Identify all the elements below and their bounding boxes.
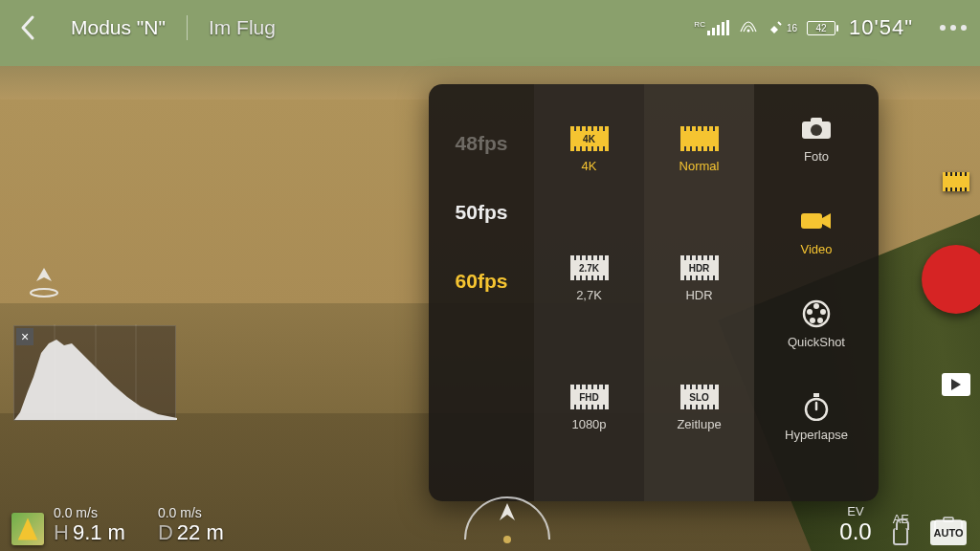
altitude-block: 0.0 m/s H9.1 m	[54, 505, 125, 545]
flight-status-label: Im Flug	[209, 16, 276, 39]
auto-exposure-button[interactable]: AUTO	[930, 517, 967, 545]
resolution-1080p[interactable]: FHD 1080p	[570, 385, 609, 431]
fps-option-48[interactable]: 48fps	[456, 132, 508, 155]
rc-signal-icon[interactable]: RC	[694, 20, 729, 35]
status-icons: RC 16 42 10'54"	[694, 15, 967, 40]
mode-hdr[interactable]: HDR HDR	[680, 255, 719, 302]
satellite-icon[interactable]: 16	[768, 19, 797, 36]
svg-rect-12	[813, 393, 819, 397]
video-settings-panel: 48fps 50fps 60fps 4K 4K 2.7K 2,7K FHD 10…	[429, 84, 879, 501]
resolution-column: 4K 4K 2.7K 2,7K FHD 1080p	[534, 84, 644, 501]
reel-icon	[799, 300, 834, 327]
return-home-button[interactable]	[27, 264, 61, 298]
fps-option-50[interactable]: 50fps	[456, 201, 508, 224]
separator	[187, 15, 188, 40]
mode-slowmotion[interactable]: SLO Zeitlupe	[677, 385, 721, 431]
film-icon: HDR	[680, 255, 719, 280]
record-time: 10'54"	[849, 15, 913, 40]
svg-point-6	[813, 303, 819, 309]
camera-video[interactable]: Video	[799, 208, 834, 256]
right-rail	[932, 0, 980, 551]
film-icon: 4K	[570, 126, 609, 151]
exposure-controls: EV 0.0 AE AUTO	[839, 504, 967, 545]
fps-option-60[interactable]: 60fps	[456, 270, 508, 293]
film-icon: 2.7K	[570, 255, 609, 280]
stopwatch-icon	[799, 393, 834, 420]
svg-point-9	[810, 318, 815, 323]
camera-icon	[799, 115, 834, 142]
speed-h: 0.0 m/s	[54, 505, 125, 520]
ae-lock-control[interactable]: AE	[893, 512, 909, 545]
back-button[interactable]	[13, 13, 42, 42]
film-icon	[680, 126, 719, 151]
film-icon: FHD	[570, 385, 609, 409]
svg-rect-2	[811, 118, 822, 123]
video-mode-column: Normal HDR HDR SLO Zeitlupe	[644, 84, 754, 501]
svg-rect-4	[801, 213, 822, 229]
svg-point-10	[807, 309, 813, 315]
camera-quickshot[interactable]: QuickShot	[788, 300, 845, 349]
battery-icon[interactable]: 42	[807, 21, 835, 35]
histogram-widget[interactable]: ×	[13, 325, 176, 421]
unlock-icon	[893, 528, 908, 545]
camera-hyperlapse[interactable]: Hyperlapse	[785, 393, 848, 442]
telemetry-bar: 0.0 m/s H9.1 m 0.0 m/s D22 m	[0, 490, 980, 551]
map-button[interactable]	[11, 513, 44, 545]
svg-point-7	[820, 309, 826, 315]
mode-normal[interactable]: Normal	[679, 126, 720, 173]
svg-point-14	[31, 289, 57, 297]
ev-control[interactable]: EV 0.0	[839, 504, 871, 545]
film-icon	[943, 172, 969, 191]
playback-button[interactable]	[939, 367, 973, 402]
resolution-2-7k[interactable]: 2.7K 2,7K	[570, 255, 609, 302]
fps-column: 48fps 50fps 60fps	[429, 84, 534, 501]
camera-mode-chip-button[interactable]	[939, 165, 973, 199]
hd-signal-icon[interactable]	[739, 18, 758, 37]
video-camera-icon	[799, 208, 834, 234]
svg-point-0	[746, 30, 749, 33]
top-bar: Modus "N" Im Flug RC 16 42 10'54"	[0, 0, 980, 55]
distance-block: 0.0 m/s D22 m	[158, 505, 224, 545]
svg-point-3	[811, 124, 822, 136]
film-icon: SLO	[680, 385, 719, 409]
svg-point-8	[817, 318, 823, 323]
flight-mode-label[interactable]: Modus "N"	[71, 16, 166, 39]
speed-d: 0.0 m/s	[158, 505, 224, 520]
camera-foto[interactable]: Foto	[799, 115, 834, 164]
play-icon	[942, 373, 970, 396]
camera-type-column: Foto Video QuickShot Hyperlapse	[754, 84, 879, 501]
resolution-4k[interactable]: 4K 4K	[570, 126, 609, 173]
